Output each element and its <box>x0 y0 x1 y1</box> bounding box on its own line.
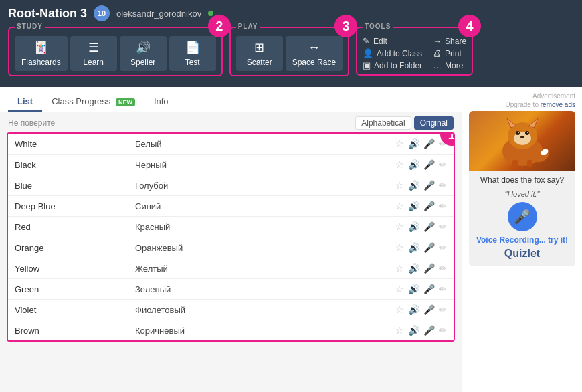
sort-buttons: Alphabetical Original <box>355 116 454 130</box>
table-row: Blue Голубой ☆ 🔊 🎤 ✏ <box>8 175 454 196</box>
flashcards-button[interactable]: 🃏 Flashcards <box>15 36 68 71</box>
mic-record-icon[interactable]: 🎤 <box>423 201 435 211</box>
remove-ads-link[interactable]: remove ads <box>541 101 575 108</box>
vocab-actions: ☆ 🔊 🎤 ✏ <box>395 325 447 336</box>
more-tool[interactable]: … More <box>433 60 466 70</box>
play-section-number: 3 <box>334 15 357 37</box>
left-panel: List Class Progress NEW Info Не поверите… <box>0 87 462 392</box>
vocab-def: Оранжевый <box>135 243 395 253</box>
space-race-button[interactable]: ↔ Space Race <box>286 36 343 71</box>
edit-word-icon[interactable]: ✏ <box>439 180 447 191</box>
tabs-bar: List Class Progress NEW Info <box>0 87 462 112</box>
mic-button[interactable]: 🎤 <box>508 202 537 231</box>
play-section: 3 PLAY ⊞ Scatter ↔ Space Race <box>229 27 349 76</box>
star-icon[interactable]: ☆ <box>395 284 404 294</box>
mic-record-icon[interactable]: 🎤 <box>423 304 435 315</box>
tools-row: ✎ Edit 👤 Add to Class ▣ Add to Folder <box>363 36 466 70</box>
share-tool[interactable]: → Share <box>433 36 466 46</box>
svg-point-9 <box>518 132 519 133</box>
test-button[interactable]: 📄 Test <box>169 36 216 71</box>
star-icon[interactable]: ☆ <box>395 242 404 253</box>
edit-word-icon[interactable]: ✏ <box>439 242 447 253</box>
audio-icon[interactable]: 🔊 <box>408 159 419 170</box>
vocab-list: 1 White Белый ☆ 🔊 🎤 ✏ Black Черный ☆ 🔊 🎤… <box>7 132 455 342</box>
vocab-def: Белый <box>135 139 395 149</box>
audio-icon[interactable]: 🔊 <box>408 138 419 149</box>
star-icon[interactable]: ☆ <box>395 159 404 170</box>
fox-text: What does the fox say? <box>469 171 575 187</box>
share-icon: → <box>433 36 442 46</box>
learn-button[interactable]: ☰ Learn <box>70 36 117 71</box>
star-icon[interactable]: ☆ <box>395 201 404 211</box>
brand-name: Quizlet <box>469 248 575 260</box>
star-icon[interactable]: ☆ <box>395 263 404 274</box>
vocab-actions: ☆ 🔊 🎤 ✏ <box>395 201 447 211</box>
vocab-term: Green <box>15 284 135 294</box>
tools-col-right: → Share 🖨 Print … More <box>433 36 466 70</box>
vocab-term: Violet <box>15 305 135 315</box>
star-icon[interactable]: ☆ <box>395 138 404 149</box>
table-row: Deep Blue Синий ☆ 🔊 🎤 ✏ <box>8 196 454 217</box>
mic-record-icon[interactable]: 🎤 <box>423 221 435 232</box>
edit-tool[interactable]: ✎ Edit <box>363 36 422 46</box>
vocab-actions: ☆ 🔊 🎤 ✏ <box>395 221 447 232</box>
print-icon: 🖨 <box>433 48 442 58</box>
tab-info[interactable]: Info <box>144 92 178 112</box>
vocab-def: Черный <box>135 160 395 170</box>
sort-alphabetical[interactable]: Alphabetical <box>355 116 411 130</box>
audio-icon[interactable]: 🔊 <box>408 263 419 274</box>
audio-icon[interactable]: 🔊 <box>408 284 419 294</box>
edit-word-icon[interactable]: ✏ <box>439 159 447 170</box>
vocab-term: White <box>15 139 135 149</box>
audio-icon[interactable]: 🔊 <box>408 304 419 315</box>
edit-word-icon[interactable]: ✏ <box>439 325 447 336</box>
mic-record-icon[interactable]: 🎤 <box>423 242 435 253</box>
vocab-actions: ☆ 🔊 🎤 ✏ <box>395 304 447 315</box>
star-icon[interactable]: ☆ <box>395 304 404 315</box>
print-tool[interactable]: 🖨 Print <box>433 48 466 58</box>
learn-icon: ☰ <box>88 40 99 55</box>
filter-row: Не поверите Alphabetical Original <box>0 112 462 132</box>
add-to-class-tool[interactable]: 👤 Add to Class <box>363 48 422 58</box>
vocab-def: Желтый <box>135 264 395 274</box>
edit-word-icon[interactable]: ✏ <box>439 284 447 294</box>
ad-upgrade: Upgrade to remove ads <box>469 101 575 108</box>
star-icon[interactable]: ☆ <box>395 325 404 336</box>
mic-record-icon[interactable]: 🎤 <box>423 263 435 274</box>
mic-record-icon[interactable]: 🎤 <box>423 159 435 170</box>
speller-button[interactable]: 🔊 Speller <box>120 36 167 71</box>
audio-icon[interactable]: 🔊 <box>408 201 419 211</box>
svg-point-7 <box>516 131 520 135</box>
vocab-def: Красный <box>135 222 395 232</box>
play-label: PLAY <box>236 23 260 30</box>
study-buttons: 🃏 Flashcards ☰ Learn 🔊 Speller 📄 Test <box>15 36 216 71</box>
mic-record-icon[interactable]: 🎤 <box>423 325 435 336</box>
add-to-folder-tool[interactable]: ▣ Add to Folder <box>363 60 422 70</box>
sort-original[interactable]: Original <box>414 116 454 130</box>
audio-icon[interactable]: 🔊 <box>408 242 419 253</box>
edit-word-icon[interactable]: ✏ <box>439 304 447 315</box>
tools-section-number: 4 <box>458 15 481 37</box>
table-row: Orange Оранжевый ☆ 🔊 🎤 ✏ <box>8 237 454 258</box>
scatter-button[interactable]: ⊞ Scatter <box>236 36 283 71</box>
audio-icon[interactable]: 🔊 <box>408 325 419 336</box>
audio-icon[interactable]: 🔊 <box>408 221 419 232</box>
study-label: STUDY <box>15 23 45 30</box>
star-icon[interactable]: ☆ <box>395 180 404 191</box>
star-icon[interactable]: ☆ <box>395 221 404 232</box>
edit-word-icon[interactable]: ✏ <box>439 201 447 211</box>
tab-class-progress[interactable]: Class Progress NEW <box>42 92 144 112</box>
ad-label: Advertisement <box>469 92 575 100</box>
mic-record-icon[interactable]: 🎤 <box>423 180 435 191</box>
mic-record-icon[interactable]: 🎤 <box>423 284 435 294</box>
tools-label: TOOLS <box>363 23 393 30</box>
add-folder-icon: ▣ <box>363 60 371 70</box>
vocab-term: Brown <box>15 326 135 336</box>
audio-icon[interactable]: 🔊 <box>408 180 419 191</box>
edit-word-icon[interactable]: ✏ <box>439 221 447 232</box>
edit-word-icon[interactable]: ✏ <box>439 263 447 274</box>
ad-quote: "I loved it." <box>474 190 570 198</box>
tab-list[interactable]: List <box>8 92 42 112</box>
filter-label: Не поверите <box>8 118 55 128</box>
mic-record-icon[interactable]: 🎤 <box>423 138 435 149</box>
